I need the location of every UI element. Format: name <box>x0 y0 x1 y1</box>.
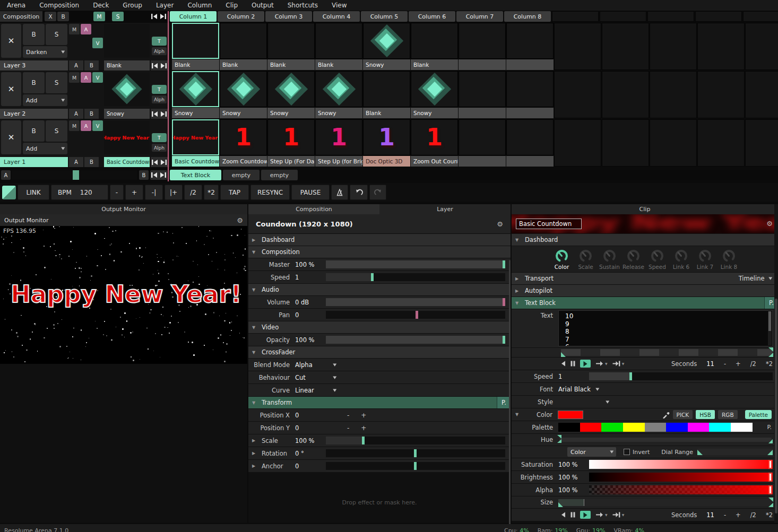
undo-button[interactable] <box>350 185 368 200</box>
transport-mode-dropdown[interactable]: Timeline <box>739 275 765 282</box>
clip-thumb[interactable] <box>267 23 315 59</box>
column-button-empty[interactable] <box>552 11 599 22</box>
decrement-button[interactable]: - <box>347 412 349 419</box>
column-button-column-8[interactable]: Column 8 <box>504 11 551 22</box>
expand-icon[interactable] <box>252 451 257 456</box>
layer-solo-button[interactable]: S <box>46 72 67 93</box>
redo-button[interactable] <box>369 185 386 200</box>
clip-label[interactable]: Snowy <box>220 108 267 118</box>
pause-button[interactable] <box>570 361 575 367</box>
layer-alpha-blend-label[interactable]: Alph <box>152 144 167 152</box>
column-button-column-7[interactable]: Column 7 <box>456 11 503 22</box>
play-direction-button[interactable] <box>595 512 608 518</box>
collapse-icon[interactable] <box>515 412 521 417</box>
column-button-empty[interactable] <box>743 11 778 22</box>
menu-item-layer[interactable]: Layer <box>149 2 180 9</box>
clip-thumb[interactable]: 1 <box>411 119 458 155</box>
collapse-icon[interactable] <box>515 238 521 242</box>
palette-color-swatch[interactable] <box>731 423 753 432</box>
column-button-column-3[interactable]: Column 3 <box>265 11 312 22</box>
layer-transition-button[interactable]: T <box>152 37 167 46</box>
layer-transition-button[interactable]: T <box>152 85 167 94</box>
layer-name-label[interactable]: Layer 1 <box>0 157 68 167</box>
clip-thumb[interactable] <box>220 71 267 107</box>
duration-double-button[interactable]: *2 <box>766 360 773 368</box>
clip-cell-empty[interactable] <box>650 23 697 71</box>
clip-thumb[interactable] <box>172 71 219 107</box>
link-button[interactable]: LINK <box>18 185 49 200</box>
clip-thumb[interactable] <box>315 71 362 107</box>
step-back-button[interactable] <box>561 361 566 367</box>
expand-icon[interactable] <box>252 464 257 468</box>
menu-item-output[interactable]: Output <box>245 2 281 9</box>
clip-thumb[interactable] <box>459 71 506 107</box>
clip-label[interactable]: Snowy <box>267 108 315 118</box>
hue-handle-icon[interactable] <box>557 435 561 443</box>
timeline-start-marker-icon[interactable] <box>558 502 563 507</box>
gear-icon[interactable] <box>497 220 503 228</box>
clip-label[interactable]: Blank <box>220 59 267 70</box>
anchor-slider[interactable] <box>326 462 505 470</box>
layer-group-a-button[interactable]: A <box>69 60 83 71</box>
param-value[interactable]: 0 <box>295 412 326 419</box>
play-direction-button[interactable] <box>595 361 608 367</box>
clip-label[interactable]: Doc Optic 3D <box>363 156 410 167</box>
bpm-double-button[interactable]: *2 <box>204 185 219 200</box>
clip-thumb[interactable] <box>506 23 554 59</box>
clip-thumb[interactable]: Happy New Year! <box>172 119 219 155</box>
section-text-block[interactable]: Text BlockP. <box>512 297 778 309</box>
param-value[interactable]: 100 % <box>295 437 326 444</box>
clip-cell-empty[interactable] <box>745 119 778 167</box>
layer-active-clip-label[interactable]: Basic Countdown <box>104 157 150 167</box>
composition-master-button[interactable]: M <box>93 12 105 21</box>
brightness-slider[interactable] <box>589 473 773 482</box>
clip-cell-empty[interactable] <box>602 71 649 119</box>
column-button-column-5[interactable]: Column 5 <box>361 11 408 22</box>
param-value[interactable]: 1 <box>295 274 326 281</box>
clip-label[interactable] <box>506 156 554 167</box>
duration-half-button[interactable]: /2 <box>750 511 756 519</box>
section-clip-transport[interactable]: Transport Timeline <box>512 273 778 284</box>
param-value[interactable]: 100 % <box>558 486 589 494</box>
knob-color[interactable]: Color <box>550 246 574 272</box>
seconds-value[interactable]: 11 <box>706 511 714 519</box>
menu-item-deck[interactable]: Deck <box>86 2 116 9</box>
layer-video-button[interactable]: V <box>92 72 103 83</box>
step-back-button[interactable] <box>561 512 566 518</box>
duration-increase-button[interactable]: + <box>736 360 741 368</box>
layer-blend-dropdown[interactable]: Darken <box>23 46 67 58</box>
clip-label[interactable]: Zoom Out Count <box>411 156 458 167</box>
clip-name-input[interactable] <box>516 219 582 229</box>
section-composition[interactable]: Composition <box>248 246 511 258</box>
palette-button[interactable]: Palette <box>745 410 772 419</box>
layer-solo-button[interactable]: S <box>46 120 67 142</box>
metronome-button[interactable] <box>331 185 348 200</box>
timeline-start-marker-icon[interactable] <box>561 352 566 357</box>
clip-target-empty-button-2[interactable]: empty <box>261 170 298 180</box>
clip-label[interactable]: Snowy <box>411 108 458 118</box>
clip-label[interactable] <box>459 108 506 118</box>
expand-icon[interactable] <box>515 289 521 293</box>
collapse-icon[interactable] <box>252 350 257 355</box>
volume-slider[interactable] <box>326 298 505 306</box>
gear-icon[interactable] <box>766 220 773 228</box>
param-value[interactable]: 0 <box>295 463 326 470</box>
clip-label[interactable]: Zoom Countdown <box>220 156 267 167</box>
brightness-handle[interactable] <box>768 473 772 482</box>
behaviour-dropdown[interactable]: Cut <box>295 374 326 381</box>
saturation-handle[interactable] <box>768 460 772 469</box>
master-slider[interactable] <box>326 260 505 268</box>
section-autopilot[interactable]: Autopilot <box>512 285 778 296</box>
palette-color-swatch[interactable] <box>558 423 580 432</box>
palette-color-swatch[interactable] <box>709 423 731 432</box>
layer-audio-button[interactable]: A <box>81 24 91 34</box>
palette-params-button[interactable]: P. <box>767 424 772 431</box>
layer-prev-next-buttons[interactable] <box>151 60 168 71</box>
crossfader-handle[interactable] <box>73 170 79 180</box>
clip-thumb[interactable]: 1 <box>267 119 315 155</box>
layer-bypass-button[interactable]: B <box>23 72 45 93</box>
clip-thumb[interactable] <box>220 23 267 59</box>
duration-decrease-button[interactable]: - <box>724 511 726 519</box>
play-button[interactable] <box>580 511 591 519</box>
clip-cell-empty[interactable] <box>697 119 745 167</box>
